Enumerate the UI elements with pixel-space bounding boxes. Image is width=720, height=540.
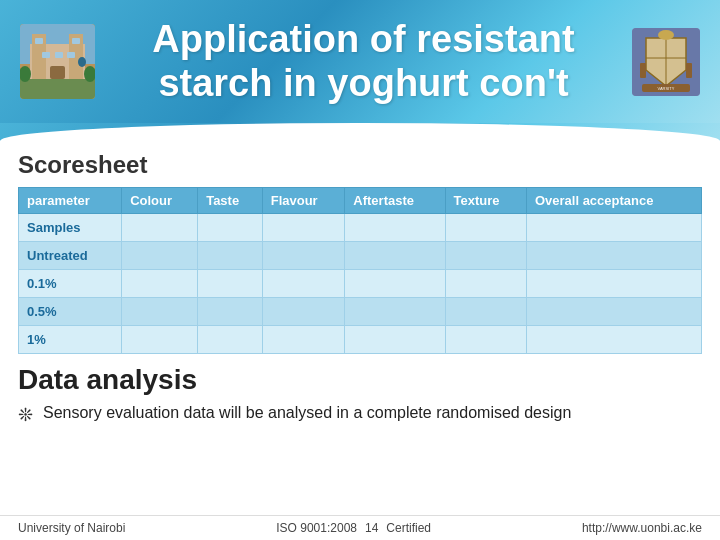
- svg-rect-20: [640, 63, 646, 78]
- scoresheet-table: parameter Colour Taste Flavour Aftertast…: [18, 187, 702, 354]
- cell-parameter: Samples: [19, 214, 122, 242]
- svg-rect-8: [42, 52, 50, 58]
- header: Application of resistant starch in yoghu…: [0, 0, 720, 123]
- table-row: 0.5%: [19, 298, 702, 326]
- table-body: SamplesUntreated0.1%0.5%1%: [19, 214, 702, 354]
- wave-divider: [0, 123, 720, 141]
- data-analysis-section: Data analysis ❊ Sensory evaluation data …: [18, 364, 702, 428]
- col-texture: Texture: [445, 188, 526, 214]
- cell-parameter: Untreated: [19, 242, 122, 270]
- svg-point-19: [658, 30, 674, 40]
- cell-colour: [122, 270, 198, 298]
- svg-point-14: [78, 57, 86, 67]
- svg-rect-7: [72, 38, 80, 44]
- cell-colour: [122, 242, 198, 270]
- data-analysis-title: Data analysis: [18, 364, 702, 396]
- svg-rect-6: [35, 38, 43, 44]
- col-taste: Taste: [198, 188, 263, 214]
- cell-flavour: [262, 270, 345, 298]
- scoresheet-section: Scoresheet parameter Colour Taste Flavou…: [18, 151, 702, 354]
- cell-taste: [198, 242, 263, 270]
- bullet-symbol: ❊: [18, 403, 33, 428]
- cell-flavour: [262, 242, 345, 270]
- cell-taste: [198, 326, 263, 354]
- bullet-text: Sensory evaluation data will be analysed…: [43, 402, 571, 424]
- cell-flavour: [262, 326, 345, 354]
- logo-right: VARSITY: [632, 28, 700, 96]
- cell-texture: [445, 214, 526, 242]
- cell-texture: [445, 242, 526, 270]
- cell-colour: [122, 214, 198, 242]
- cell-overall: [526, 214, 701, 242]
- cell-flavour: [262, 298, 345, 326]
- svg-rect-10: [67, 52, 75, 58]
- cell-flavour: [262, 214, 345, 242]
- cell-aftertaste: [345, 326, 445, 354]
- cell-aftertaste: [345, 298, 445, 326]
- footer: University of Nairobi ISO 9001:2008 14 C…: [0, 515, 720, 540]
- svg-text:VARSITY: VARSITY: [658, 86, 675, 91]
- logo-left: [20, 24, 95, 99]
- col-aftertaste: Aftertaste: [345, 188, 445, 214]
- header-title: Application of resistant starch in yoghu…: [95, 18, 632, 105]
- cell-colour: [122, 326, 198, 354]
- cell-parameter: 0.5%: [19, 298, 122, 326]
- table-row: Samples: [19, 214, 702, 242]
- table-row: Untreated: [19, 242, 702, 270]
- table-header-row: parameter Colour Taste Flavour Aftertast…: [19, 188, 702, 214]
- title-line1: Application of resistant starch in yoghu…: [115, 18, 612, 105]
- svg-rect-11: [50, 66, 65, 79]
- footer-university: University of Nairobi: [18, 521, 125, 535]
- bullet-item: ❊ Sensory evaluation data will be analys…: [18, 402, 702, 428]
- cell-texture: [445, 270, 526, 298]
- cell-colour: [122, 298, 198, 326]
- svg-rect-21: [686, 63, 692, 78]
- cell-aftertaste: [345, 214, 445, 242]
- cell-aftertaste: [345, 242, 445, 270]
- cell-overall: [526, 298, 701, 326]
- main-content: Scoresheet parameter Colour Taste Flavou…: [0, 141, 720, 434]
- col-overall: Overall acceptance: [526, 188, 701, 214]
- cell-overall: [526, 270, 701, 298]
- table-row: 1%: [19, 326, 702, 354]
- scoresheet-title: Scoresheet: [18, 151, 702, 179]
- cell-taste: [198, 214, 263, 242]
- col-flavour: Flavour: [262, 188, 345, 214]
- footer-iso: ISO 9001:2008: [276, 521, 357, 535]
- cell-overall: [526, 326, 701, 354]
- svg-rect-2: [20, 79, 95, 99]
- footer-center: ISO 9001:2008 14 Certified: [276, 521, 431, 535]
- cell-aftertaste: [345, 270, 445, 298]
- cell-texture: [445, 298, 526, 326]
- cell-taste: [198, 298, 263, 326]
- footer-page-number: 14: [365, 521, 378, 535]
- footer-certified: Certified: [386, 521, 431, 535]
- col-parameter: parameter: [19, 188, 122, 214]
- cell-parameter: 0.1%: [19, 270, 122, 298]
- cell-overall: [526, 242, 701, 270]
- cell-taste: [198, 270, 263, 298]
- col-colour: Colour: [122, 188, 198, 214]
- cell-parameter: 1%: [19, 326, 122, 354]
- svg-rect-9: [55, 52, 63, 58]
- table-row: 0.1%: [19, 270, 702, 298]
- cell-texture: [445, 326, 526, 354]
- footer-url: http://www.uonbi.ac.ke: [582, 521, 702, 535]
